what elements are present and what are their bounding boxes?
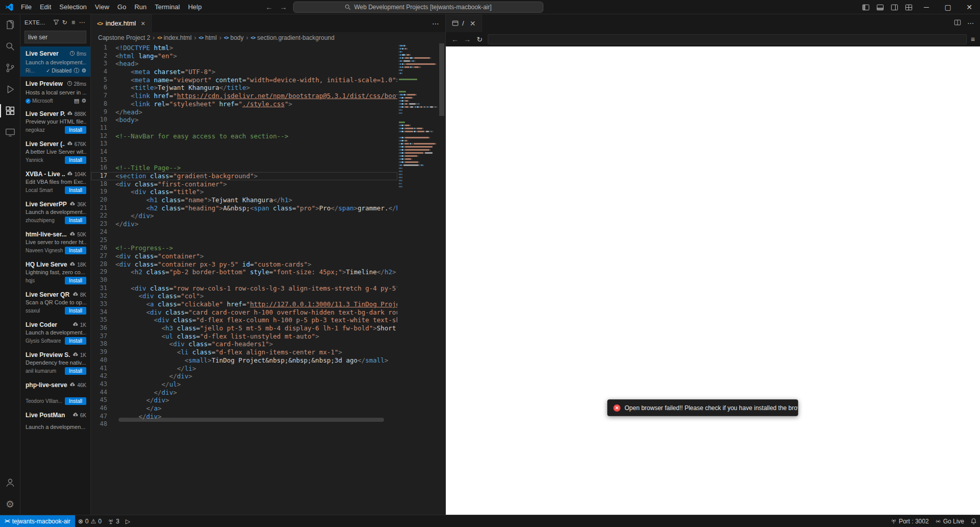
vertical-scrollbar[interactable]: [438, 43, 445, 515]
install-button[interactable]: Install: [65, 337, 86, 345]
install-button[interactable]: Install: [65, 126, 86, 134]
code-line[interactable]: 6 <title>Tejwant Khangura</title>: [91, 84, 397, 92]
browser-menu-icon[interactable]: ≡: [971, 35, 975, 43]
code-line[interactable]: 30: [91, 276, 397, 284]
menu-go[interactable]: Go: [113, 3, 130, 11]
extension-list-item[interactable]: php-live-server 46K Teodoro VIllan... In…: [20, 378, 90, 408]
extension-list-item[interactable]: Live Server P... 888K Preview your HTML …: [20, 107, 90, 137]
run-debug-icon[interactable]: [0, 79, 20, 100]
extension-list-item[interactable]: html-live-ser... 50K Live server to rend…: [20, 227, 90, 257]
code-line[interactable]: 32 <div class="col">: [91, 292, 397, 300]
code-line[interactable]: 23</div>: [91, 220, 397, 228]
install-button[interactable]: Install: [65, 397, 86, 405]
browser-url-input[interactable]: [488, 34, 967, 44]
remote-indicator[interactable]: >< tejwants-macbook-air: [0, 515, 75, 527]
code-line[interactable]: 4 <meta charset="UTF-8">: [91, 68, 397, 76]
code-line[interactable]: 38 <div class="card-headers1">: [91, 340, 397, 348]
extension-list-item[interactable]: Live Server 8ms Launch a development... …: [20, 46, 90, 77]
code-line[interactable]: 12<!--NavBar for easy access to each sec…: [91, 132, 397, 140]
tab-simple-browser[interactable]: / ✕: [446, 14, 482, 32]
problems-status[interactable]: ⊗ 0 ⚠ 0: [75, 515, 105, 527]
extension-list-item[interactable]: XVBA - Live ... 104K Edit VBA files from…: [20, 167, 90, 197]
clear-icon[interactable]: ≡: [69, 19, 78, 26]
breadcrumb-item[interactable]: <>html: [199, 34, 217, 41]
code-line[interactable]: 27<div class="container">: [91, 252, 397, 260]
menu-run[interactable]: Run: [130, 3, 151, 11]
code-line[interactable]: 20 <h1 class="name">Tejwant Khangura</h1…: [91, 196, 397, 204]
close-button[interactable]: ✕: [959, 0, 980, 14]
tab-close-icon[interactable]: ×: [141, 19, 145, 28]
notifications-bell-icon[interactable]: [967, 515, 980, 527]
horizontal-scrollbar[interactable]: [118, 418, 384, 422]
extension-list-item[interactable]: Live Coder 1K Launch a development... Gl…: [20, 318, 90, 348]
gear-icon[interactable]: ⚙: [81, 68, 86, 74]
code-line[interactable]: 15: [91, 156, 397, 164]
code-line[interactable]: 16<!--Title Page-->: [91, 164, 397, 172]
notification-toast[interactable]: ✕ Open browser failed!! Please check if …: [607, 399, 798, 416]
install-button[interactable]: Install: [65, 186, 86, 194]
code-line[interactable]: 7 <link href="https://cdn.jsdelivr.net/n…: [91, 92, 397, 100]
code-line[interactable]: 8 <link rel="stylesheet" href="./style.c…: [91, 100, 397, 108]
breadcrumb-item[interactable]: <>body: [224, 34, 244, 41]
code-line[interactable]: 35 <div class="d-flex flex-column h-100 …: [91, 316, 397, 324]
source-control-icon[interactable]: [0, 57, 20, 79]
breadcrumb-item[interactable]: <>index.html: [157, 34, 192, 41]
run-status-icon[interactable]: ▷: [123, 515, 133, 527]
code-line[interactable]: 41 </li>: [91, 365, 397, 373]
browser-tab-close-icon[interactable]: ✕: [470, 19, 476, 28]
extensions-icon[interactable]: [0, 100, 20, 122]
extension-list-item[interactable]: Live Server QR 8K Scan a QR Code to op..…: [20, 288, 90, 318]
explorer-icon[interactable]: [0, 14, 20, 36]
panel-more-actions-icon[interactable]: ⋯: [967, 19, 974, 27]
back-arrow-icon[interactable]: ←: [265, 3, 274, 11]
code-line[interactable]: 26<!--Progress-->: [91, 244, 397, 252]
remote-explorer-icon[interactable]: [0, 122, 20, 143]
browser-reload-icon[interactable]: ↻: [475, 35, 484, 43]
search-sidebar-icon[interactable]: [0, 36, 20, 57]
browser-viewport[interactable]: ✕ Open browser failed!! Please check if …: [446, 46, 980, 515]
gear-icon[interactable]: ⚙: [81, 98, 86, 104]
install-button[interactable]: Install: [65, 247, 86, 254]
code-line[interactable]: 37 <ul class="d-flex list-unstyled mt-au…: [91, 332, 397, 341]
browser-forward-icon[interactable]: →: [463, 35, 471, 43]
settings-gear-icon[interactable]: ⚙: [0, 493, 20, 515]
split-editor-icon[interactable]: [954, 19, 961, 28]
install-button[interactable]: Install: [65, 367, 86, 375]
code-line[interactable]: 3<head>: [91, 60, 397, 68]
code-line[interactable]: 36 <h3 class="jello pt-5 mt-5 mb-4 displ…: [91, 324, 397, 332]
code-line[interactable]: 44 </div>: [91, 389, 397, 397]
extension-list-item[interactable]: Live Preview 28ms Hosts a local server i…: [20, 77, 90, 107]
code-line[interactable]: 42 </div>: [91, 372, 397, 380]
editor-more-actions-icon[interactable]: ⋯: [432, 19, 439, 28]
code-line[interactable]: 29 <h2 class="pb-2 border-bottom" style=…: [91, 268, 397, 276]
code-line[interactable]: 33 <a class="clickable" href="http://127…: [91, 300, 397, 308]
menu-selection[interactable]: Selection: [55, 3, 90, 11]
code-line[interactable]: 17<section class="gradient-background">: [91, 172, 397, 180]
extension-list-item[interactable]: Live Server (... 676K A better Live Serv…: [20, 137, 90, 167]
code-line[interactable]: 31 <div class="row row-cols-1 row-cols-l…: [91, 284, 397, 293]
code-line[interactable]: 9</head>: [91, 108, 397, 116]
code-line[interactable]: 18<div class="first-container">: [91, 180, 397, 188]
ports-status[interactable]: 3: [105, 515, 123, 527]
code-line[interactable]: 1<!DOCTYPE html>: [91, 44, 397, 52]
install-button[interactable]: Install: [65, 307, 86, 315]
toggle-sidebar-icon[interactable]: [858, 0, 873, 14]
menu-edit[interactable]: Edit: [36, 3, 55, 11]
code-line[interactable]: 45 </div>: [91, 396, 397, 404]
extensions-search-input[interactable]: live ser: [25, 31, 86, 43]
minimize-button[interactable]: ─: [916, 0, 937, 14]
code-line[interactable]: 14: [91, 148, 397, 156]
install-button[interactable]: Install: [65, 156, 86, 164]
code-editor[interactable]: 1<!DOCTYPE html>2<html lang="en">3<head>…: [91, 43, 445, 515]
code-line[interactable]: 19 <div class="title">: [91, 188, 397, 196]
breadcrumb-item[interactable]: Capstone Project 2: [98, 34, 150, 41]
tab-index-html[interactable]: <> index.html ×: [91, 14, 152, 32]
code-line[interactable]: 25: [91, 236, 397, 245]
forward-arrow-icon[interactable]: →: [279, 3, 288, 11]
toggle-secondary-sidebar-icon[interactable]: [887, 0, 901, 14]
extension-list-item[interactable]: Live Preview S... 1K Dependency free nat…: [20, 348, 90, 378]
port-status[interactable]: Port : 3002: [888, 515, 932, 527]
code-line[interactable]: 28<div class="container px-3 py-5" id="c…: [91, 260, 397, 269]
menu-terminal[interactable]: Terminal: [151, 3, 184, 11]
menu-help[interactable]: Help: [184, 3, 206, 11]
